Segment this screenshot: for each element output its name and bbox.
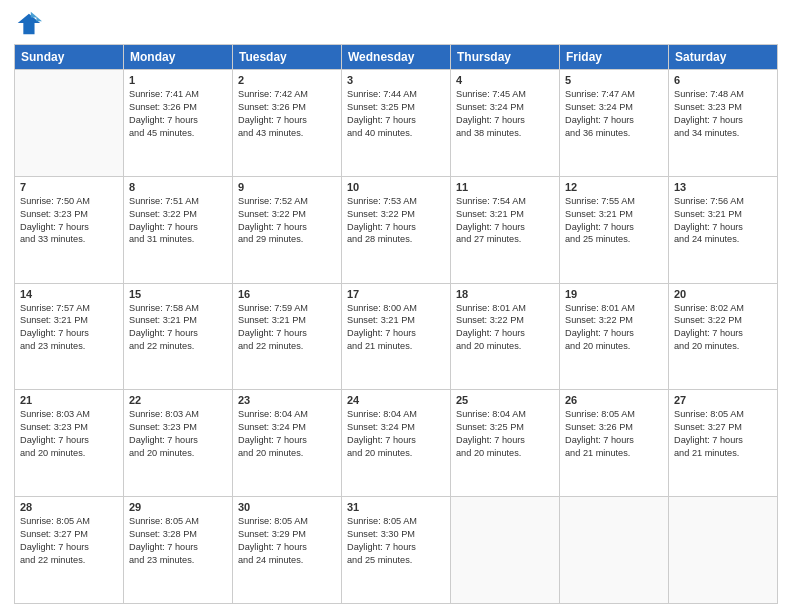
cell-info: Sunrise: 8:05 AM Sunset: 3:29 PM Dayligh… [238, 515, 336, 567]
calendar-cell: 20Sunrise: 8:02 AM Sunset: 3:22 PM Dayli… [669, 283, 778, 390]
calendar-cell: 25Sunrise: 8:04 AM Sunset: 3:25 PM Dayli… [451, 390, 560, 497]
cell-info: Sunrise: 8:00 AM Sunset: 3:21 PM Dayligh… [347, 302, 445, 354]
cell-info: Sunrise: 8:05 AM Sunset: 3:30 PM Dayligh… [347, 515, 445, 567]
cell-info: Sunrise: 7:51 AM Sunset: 3:22 PM Dayligh… [129, 195, 227, 247]
calendar-cell: 31Sunrise: 8:05 AM Sunset: 3:30 PM Dayli… [342, 497, 451, 604]
calendar-week-row: 7Sunrise: 7:50 AM Sunset: 3:23 PM Daylig… [15, 176, 778, 283]
cell-info: Sunrise: 7:55 AM Sunset: 3:21 PM Dayligh… [565, 195, 663, 247]
day-number: 24 [347, 394, 445, 406]
weekday-header-sunday: Sunday [15, 45, 124, 70]
day-number: 27 [674, 394, 772, 406]
weekday-header-friday: Friday [560, 45, 669, 70]
day-number: 19 [565, 288, 663, 300]
day-number: 3 [347, 74, 445, 86]
calendar-cell: 5Sunrise: 7:47 AM Sunset: 3:24 PM Daylig… [560, 70, 669, 177]
cell-info: Sunrise: 7:57 AM Sunset: 3:21 PM Dayligh… [20, 302, 118, 354]
cell-info: Sunrise: 7:42 AM Sunset: 3:26 PM Dayligh… [238, 88, 336, 140]
cell-info: Sunrise: 7:48 AM Sunset: 3:23 PM Dayligh… [674, 88, 772, 140]
weekday-header-row: SundayMondayTuesdayWednesdayThursdayFrid… [15, 45, 778, 70]
calendar-cell: 19Sunrise: 8:01 AM Sunset: 3:22 PM Dayli… [560, 283, 669, 390]
cell-info: Sunrise: 8:01 AM Sunset: 3:22 PM Dayligh… [565, 302, 663, 354]
day-number: 13 [674, 181, 772, 193]
day-number: 10 [347, 181, 445, 193]
svg-marker-0 [18, 14, 40, 35]
cell-info: Sunrise: 7:59 AM Sunset: 3:21 PM Dayligh… [238, 302, 336, 354]
calendar-cell: 28Sunrise: 8:05 AM Sunset: 3:27 PM Dayli… [15, 497, 124, 604]
day-number: 17 [347, 288, 445, 300]
calendar-cell [669, 497, 778, 604]
cell-info: Sunrise: 8:05 AM Sunset: 3:28 PM Dayligh… [129, 515, 227, 567]
day-number: 25 [456, 394, 554, 406]
calendar-cell: 18Sunrise: 8:01 AM Sunset: 3:22 PM Dayli… [451, 283, 560, 390]
weekday-header-monday: Monday [124, 45, 233, 70]
cell-info: Sunrise: 7:41 AM Sunset: 3:26 PM Dayligh… [129, 88, 227, 140]
cell-info: Sunrise: 8:04 AM Sunset: 3:24 PM Dayligh… [238, 408, 336, 460]
day-number: 14 [20, 288, 118, 300]
calendar-cell: 22Sunrise: 8:03 AM Sunset: 3:23 PM Dayli… [124, 390, 233, 497]
calendar-cell [451, 497, 560, 604]
calendar-cell: 14Sunrise: 7:57 AM Sunset: 3:21 PM Dayli… [15, 283, 124, 390]
calendar-cell: 10Sunrise: 7:53 AM Sunset: 3:22 PM Dayli… [342, 176, 451, 283]
calendar-week-row: 14Sunrise: 7:57 AM Sunset: 3:21 PM Dayli… [15, 283, 778, 390]
cell-info: Sunrise: 7:52 AM Sunset: 3:22 PM Dayligh… [238, 195, 336, 247]
day-number: 2 [238, 74, 336, 86]
calendar-cell: 8Sunrise: 7:51 AM Sunset: 3:22 PM Daylig… [124, 176, 233, 283]
cell-info: Sunrise: 8:03 AM Sunset: 3:23 PM Dayligh… [129, 408, 227, 460]
cell-info: Sunrise: 8:03 AM Sunset: 3:23 PM Dayligh… [20, 408, 118, 460]
calendar-cell: 17Sunrise: 8:00 AM Sunset: 3:21 PM Dayli… [342, 283, 451, 390]
day-number: 18 [456, 288, 554, 300]
calendar-cell: 21Sunrise: 8:03 AM Sunset: 3:23 PM Dayli… [15, 390, 124, 497]
calendar-cell: 27Sunrise: 8:05 AM Sunset: 3:27 PM Dayli… [669, 390, 778, 497]
calendar-cell: 1Sunrise: 7:41 AM Sunset: 3:26 PM Daylig… [124, 70, 233, 177]
day-number: 20 [674, 288, 772, 300]
calendar-cell: 4Sunrise: 7:45 AM Sunset: 3:24 PM Daylig… [451, 70, 560, 177]
day-number: 7 [20, 181, 118, 193]
cell-info: Sunrise: 8:04 AM Sunset: 3:24 PM Dayligh… [347, 408, 445, 460]
cell-info: Sunrise: 8:05 AM Sunset: 3:27 PM Dayligh… [674, 408, 772, 460]
cell-info: Sunrise: 7:47 AM Sunset: 3:24 PM Dayligh… [565, 88, 663, 140]
cell-info: Sunrise: 8:05 AM Sunset: 3:27 PM Dayligh… [20, 515, 118, 567]
cell-info: Sunrise: 7:53 AM Sunset: 3:22 PM Dayligh… [347, 195, 445, 247]
calendar-week-row: 21Sunrise: 8:03 AM Sunset: 3:23 PM Dayli… [15, 390, 778, 497]
cell-info: Sunrise: 7:54 AM Sunset: 3:21 PM Dayligh… [456, 195, 554, 247]
calendar-cell: 6Sunrise: 7:48 AM Sunset: 3:23 PM Daylig… [669, 70, 778, 177]
day-number: 1 [129, 74, 227, 86]
weekday-header-wednesday: Wednesday [342, 45, 451, 70]
calendar-cell: 3Sunrise: 7:44 AM Sunset: 3:25 PM Daylig… [342, 70, 451, 177]
weekday-header-tuesday: Tuesday [233, 45, 342, 70]
calendar-cell: 9Sunrise: 7:52 AM Sunset: 3:22 PM Daylig… [233, 176, 342, 283]
calendar-cell: 15Sunrise: 7:58 AM Sunset: 3:21 PM Dayli… [124, 283, 233, 390]
cell-info: Sunrise: 7:58 AM Sunset: 3:21 PM Dayligh… [129, 302, 227, 354]
calendar-cell: 12Sunrise: 7:55 AM Sunset: 3:21 PM Dayli… [560, 176, 669, 283]
day-number: 30 [238, 501, 336, 513]
day-number: 6 [674, 74, 772, 86]
day-number: 5 [565, 74, 663, 86]
logo [14, 10, 44, 38]
day-number: 4 [456, 74, 554, 86]
calendar-cell: 11Sunrise: 7:54 AM Sunset: 3:21 PM Dayli… [451, 176, 560, 283]
calendar-table: SundayMondayTuesdayWednesdayThursdayFrid… [14, 44, 778, 604]
day-number: 26 [565, 394, 663, 406]
calendar-cell: 23Sunrise: 8:04 AM Sunset: 3:24 PM Dayli… [233, 390, 342, 497]
weekday-header-thursday: Thursday [451, 45, 560, 70]
cell-info: Sunrise: 7:50 AM Sunset: 3:23 PM Dayligh… [20, 195, 118, 247]
day-number: 11 [456, 181, 554, 193]
day-number: 29 [129, 501, 227, 513]
header [14, 10, 778, 38]
day-number: 22 [129, 394, 227, 406]
day-number: 31 [347, 501, 445, 513]
cell-info: Sunrise: 8:05 AM Sunset: 3:26 PM Dayligh… [565, 408, 663, 460]
calendar-cell: 30Sunrise: 8:05 AM Sunset: 3:29 PM Dayli… [233, 497, 342, 604]
calendar-week-row: 28Sunrise: 8:05 AM Sunset: 3:27 PM Dayli… [15, 497, 778, 604]
day-number: 23 [238, 394, 336, 406]
logo-icon [14, 10, 42, 38]
calendar-cell: 24Sunrise: 8:04 AM Sunset: 3:24 PM Dayli… [342, 390, 451, 497]
day-number: 9 [238, 181, 336, 193]
cell-info: Sunrise: 8:02 AM Sunset: 3:22 PM Dayligh… [674, 302, 772, 354]
day-number: 15 [129, 288, 227, 300]
page-container: SundayMondayTuesdayWednesdayThursdayFrid… [0, 0, 792, 612]
calendar-cell: 16Sunrise: 7:59 AM Sunset: 3:21 PM Dayli… [233, 283, 342, 390]
day-number: 28 [20, 501, 118, 513]
calendar-cell: 13Sunrise: 7:56 AM Sunset: 3:21 PM Dayli… [669, 176, 778, 283]
cell-info: Sunrise: 7:45 AM Sunset: 3:24 PM Dayligh… [456, 88, 554, 140]
